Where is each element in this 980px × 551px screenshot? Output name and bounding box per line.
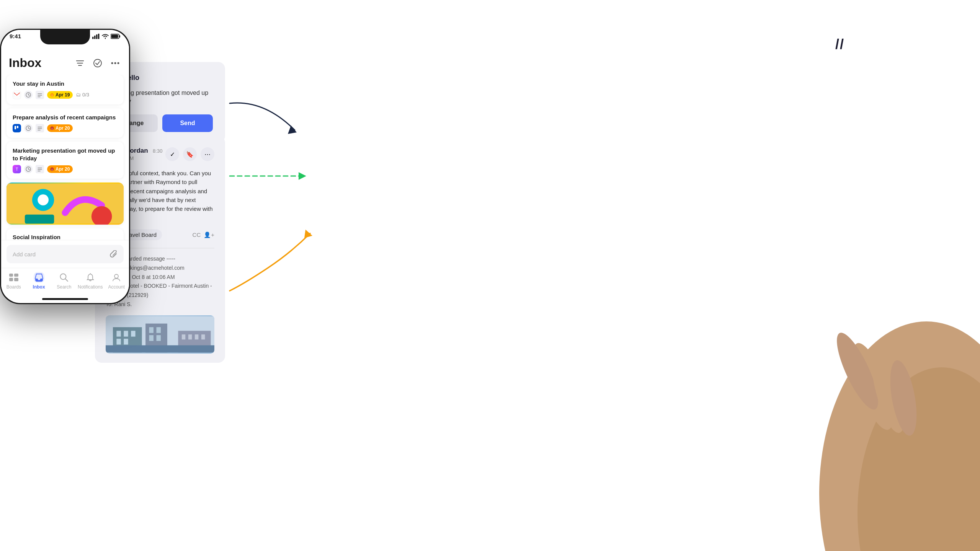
svg-point-88 (38, 194, 49, 205)
phone-time: 9:41 (10, 33, 21, 39)
clock-svg-icon (26, 92, 31, 98)
slack-action-icons: ✓ 🔖 ⋯ (165, 147, 214, 161)
boards-nav-icon (8, 272, 19, 283)
svg-marker-34 (288, 126, 297, 134)
account-nav-label: Account (108, 284, 124, 290)
social-inspiration-title: Social Inspiration (13, 234, 118, 240)
svg-rect-97 (14, 278, 18, 281)
add-card-placeholder: Add card (13, 251, 36, 258)
nav-account[interactable]: Account (105, 272, 128, 290)
svg-rect-44 (92, 37, 94, 39)
marketing-list-svg (37, 167, 42, 171)
check-icon-svg (93, 59, 102, 67)
svg-rect-20 (131, 331, 135, 336)
svg-rect-96 (9, 278, 13, 281)
marketing-list-icon (36, 165, 44, 173)
social-image-svg (7, 183, 124, 225)
svg-rect-33 (106, 345, 214, 352)
svg-rect-32 (201, 334, 205, 339)
list-icon (36, 91, 44, 99)
bell-svg-icon (87, 273, 94, 282)
add-card-input[interactable]: Add card (7, 245, 124, 263)
hand-svg (796, 226, 980, 551)
slack-check-icon[interactable]: ✓ (165, 147, 179, 161)
social-inspiration-text-card[interactable]: Social Inspiration 1 (7, 228, 124, 240)
inbox-item-austin-title: Your stay in Austin (13, 80, 118, 88)
dark-curved-arrow (226, 96, 302, 142)
phone-notch (40, 30, 90, 44)
svg-point-100 (114, 274, 118, 278)
svg-line-80 (28, 169, 29, 170)
inbox-nav-icon (34, 272, 44, 283)
dashed-horizontal-arrow (226, 165, 310, 187)
svg-rect-27 (157, 335, 161, 341)
battery-icon (111, 34, 121, 39)
signal-icon (92, 34, 100, 39)
nav-notifications[interactable]: Notifications (78, 272, 103, 290)
social-inspiration-image-card[interactable] (7, 183, 124, 225)
campaigns-list-svg (37, 126, 42, 130)
nav-inbox[interactable]: Inbox (28, 272, 51, 290)
slack-more-icon[interactable]: ⋯ (201, 147, 214, 161)
dots-icon-svg (111, 62, 119, 64)
twist-tag-svg: T (14, 166, 20, 172)
svg-rect-50 (119, 35, 120, 37)
gmail-to-line: To: Rani S. (106, 300, 214, 309)
list-svg-icon (37, 93, 42, 97)
campaigns-clock-svg (26, 126, 31, 131)
inbox-list: Your stay in Austin (1, 75, 129, 240)
svg-rect-29 (182, 334, 185, 339)
svg-rect-94 (9, 274, 13, 277)
gmail-source-icon (13, 91, 21, 99)
more-options-icon[interactable] (109, 57, 121, 69)
nav-boards[interactable]: Boards (2, 272, 25, 290)
svg-rect-67 (15, 126, 16, 129)
svg-marker-36 (299, 172, 306, 180)
inbox-item-austin[interactable]: Your stay in Austin (7, 75, 124, 104)
filter-svg-icon (76, 60, 84, 66)
notifications-nav-icon (85, 272, 96, 283)
svg-line-71 (28, 128, 29, 129)
svg-rect-22 (124, 339, 128, 344)
inbox-nav-label: Inbox (33, 284, 45, 290)
inbox-header: Inbox (1, 50, 129, 75)
filter-icon[interactable] (74, 57, 86, 69)
hotel-image-svg (106, 315, 214, 354)
notifications-nav-label: Notifications (78, 284, 103, 290)
gmail-cc-icon: 👤+ (204, 231, 214, 238)
svg-rect-45 (94, 36, 96, 39)
gmail-cc-section: CC 👤+ (193, 231, 214, 238)
golden-curved-arrow (222, 222, 322, 298)
svg-rect-21 (116, 339, 121, 344)
trello-send-button[interactable]: Send (162, 114, 213, 132)
wifi-icon (102, 34, 109, 39)
search-nav-label: Search (57, 284, 71, 290)
svg-point-57 (118, 62, 119, 64)
trello-tag-svg (14, 126, 20, 131)
svg-rect-19 (124, 331, 128, 336)
inbox-item-marketing[interactable]: Marketing presentation got moved up to F… (7, 142, 124, 179)
svg-rect-18 (116, 331, 121, 336)
gmail-cc-label: CC (193, 231, 201, 238)
svg-text:!: ! (52, 168, 52, 171)
boards-svg-icon (9, 274, 18, 281)
marketing-alert-icon: ! (50, 167, 54, 171)
inbox-item-marketing-tags: T (13, 165, 118, 173)
gmail-tag-svg (14, 93, 20, 97)
inbox-title: Inbox (9, 56, 41, 70)
check-circle-icon[interactable] (91, 57, 104, 69)
inbox-header-actions (74, 57, 121, 69)
svg-rect-31 (195, 334, 198, 339)
account-svg-icon (112, 273, 121, 282)
inbox-item-campaigns[interactable]: Prepare analysis of recent campaigns (7, 108, 124, 138)
nav-search[interactable]: Search (52, 272, 75, 290)
marketing-date-tag: ! Apr 20 (47, 165, 73, 173)
gmail-hotel-image (106, 315, 214, 354)
phone-mockup: 9:41 (0, 29, 130, 304)
svg-point-55 (111, 62, 113, 64)
campaigns-list-icon (36, 124, 44, 132)
slack-bookmark-icon[interactable]: 🔖 (183, 147, 197, 161)
inbox-item-austin-tags: ! Apr 19 🗂 0/3 (13, 91, 118, 99)
campaigns-clock-icon (24, 124, 33, 132)
status-bar-area: 9:41 (1, 30, 129, 50)
